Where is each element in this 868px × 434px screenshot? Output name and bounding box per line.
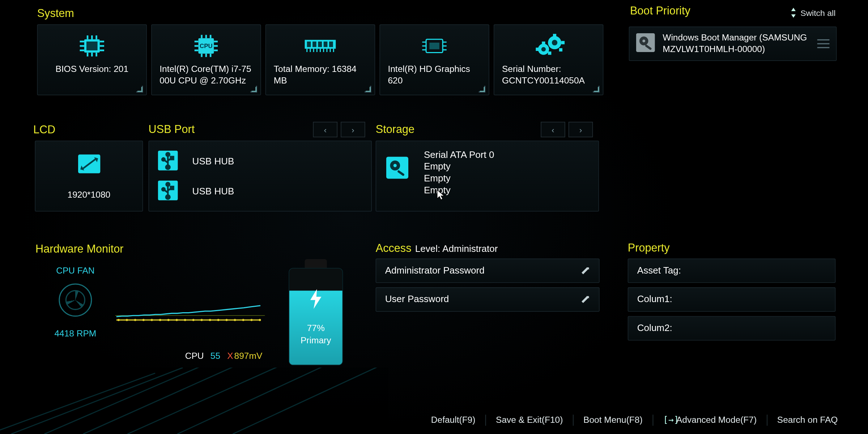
usb-icon [158,151,178,173]
boot-entry-label: Windows Boot Manager (SAMSUNGMZVLW1T0HML… [663,32,809,55]
section-title-hardware: Hardware Monitor [35,242,124,255]
tile-serial-text: Serial Number:GCNTCY00114050A [502,64,595,87]
save-exit-button[interactable]: Save & Exit(F10) [486,413,573,427]
expand-icon[interactable] [250,86,257,92]
edit-icon[interactable] [580,266,590,276]
svg-point-88 [126,319,128,321]
user-password-row[interactable]: User Password [376,287,600,311]
svg-rect-31 [318,42,322,47]
svg-rect-59 [561,41,565,44]
section-title-usb: USB Port [149,123,195,136]
ram-icon [302,30,338,61]
storage-nav: ‹ › [541,122,593,137]
advanced-mode-button[interactable]: [→]Advanced Mode(F7) [653,412,767,427]
svg-point-79 [393,164,397,167]
usb-panel: USB HUB USB HUB [149,141,372,211]
section-title-storage: Storage [376,123,414,136]
tile-lcd[interactable]: 1920*1080 [35,141,143,211]
cpu-icon: CPU [192,30,221,61]
user-password-label: User Password [385,294,449,305]
cpu-fan-rpm: 4418 RPM [39,329,112,339]
battery-widget: 77% Primary [289,259,343,364]
admin-password-label: Administrator Password [385,265,485,276]
svg-point-73 [166,183,170,186]
svg-rect-56 [536,48,539,51]
svg-point-102 [242,319,244,321]
display-icon [77,153,101,176]
switch-all-button[interactable]: Switch all [790,8,836,18]
svg-point-93 [167,319,170,321]
storage-panel[interactable]: Serial ATA Port 0 Empty Empty Empty [376,141,599,211]
tile-memory-text: Total Memory: 16384MB [274,64,367,87]
svg-point-76 [166,195,170,199]
property-column1[interactable]: Colum1: [628,287,835,311]
battery-percent: 77% [307,323,325,334]
svg-point-101 [234,319,236,321]
usb-item-1-label: USB HUB [192,156,234,167]
search-faq-button[interactable]: Search on FAQ [767,413,848,427]
edit-icon[interactable] [580,295,590,305]
usb-item-2[interactable]: USB HUB [158,177,362,207]
tile-gpu[interactable]: Intel(R) HD Graphics 620 [379,24,489,95]
default-button[interactable]: Default(F9) [421,413,485,427]
hdd-icon [636,33,655,54]
chip-icon [77,30,106,61]
property-asset-tag[interactable]: Asset Tag: [628,258,835,283]
svg-point-99 [217,319,220,321]
svg-rect-1 [86,42,98,51]
gears-icon [531,30,566,61]
battery-mode: Primary [301,335,331,345]
section-title-access: Access Level: Administrator [376,242,498,254]
usb-item-2-label: USB HUB [192,186,234,197]
section-title-lcd: LCD [33,124,55,136]
tile-cpu[interactable]: CPU Intel(R) Core(TM) i7-7500U CPU @ 2.7… [151,24,261,95]
svg-point-89 [134,319,136,321]
tile-bios[interactable]: BIOS Version: 201 [37,24,147,95]
svg-point-83 [642,40,645,43]
svg-point-100 [226,319,228,321]
admin-password-row[interactable]: Administrator Password [376,258,600,283]
expand-icon[interactable] [593,86,599,92]
svg-point-53 [541,47,546,51]
svg-point-87 [118,319,120,321]
usb-item-1[interactable]: USB HUB [158,147,362,177]
expand-icon[interactable] [365,86,371,92]
svg-point-97 [201,319,203,321]
boot-menu-button[interactable]: Boot Menu(F8) [574,413,653,427]
svg-text:CPU: CPU [200,43,213,50]
tile-memory[interactable]: Total Memory: 16384MB [265,24,375,95]
svg-rect-30 [312,42,316,47]
svg-point-90 [142,319,145,321]
footer-bar: Default(F9) Save & Exit(F10) Boot Menu(F… [0,412,868,427]
boot-entry[interactable]: Windows Boot Manager (SAMSUNGMZVLW1T0HML… [629,27,837,61]
sort-icon [790,8,796,18]
svg-rect-29 [307,42,311,47]
advanced-icon: [→] [663,414,673,425]
expand-icon[interactable] [479,86,485,92]
cursor-icon [436,189,446,204]
svg-point-94 [176,319,178,321]
drag-handle-icon[interactable] [817,39,830,48]
storage-prev-button[interactable]: ‹ [541,122,565,137]
cpu-readout: CPU55 XX897mV [185,351,263,361]
svg-rect-60 [559,48,562,51]
usb-icon [158,180,178,202]
svg-point-54 [552,40,557,45]
tile-serial[interactable]: Serial Number:GCNTCY00114050A [494,24,603,95]
storage-next-button[interactable]: › [569,122,593,137]
lcd-resolution: 1920*1080 [68,190,111,200]
svg-point-98 [209,319,211,321]
usb-prev-button[interactable]: ‹ [313,122,337,137]
tile-gpu-text: Intel(R) HD Graphics 620 [388,64,481,87]
svg-point-92 [159,319,161,321]
cpu-fan-label: CPU FAN [39,266,112,276]
cpu-trend-chart [113,277,267,338]
storage-lines: Serial ATA Port 0 Empty Empty Empty [424,149,494,196]
expand-icon[interactable] [136,86,143,92]
usb-next-button[interactable]: › [341,122,365,137]
property-column2[interactable]: Colum2: [628,316,835,340]
gpu-icon [421,30,448,61]
bolt-icon [308,288,324,315]
usb-nav: ‹ › [313,122,365,137]
tile-cpu-text: Intel(R) Core(TM) i7-7500U CPU @ 2.70GHz [159,64,252,87]
